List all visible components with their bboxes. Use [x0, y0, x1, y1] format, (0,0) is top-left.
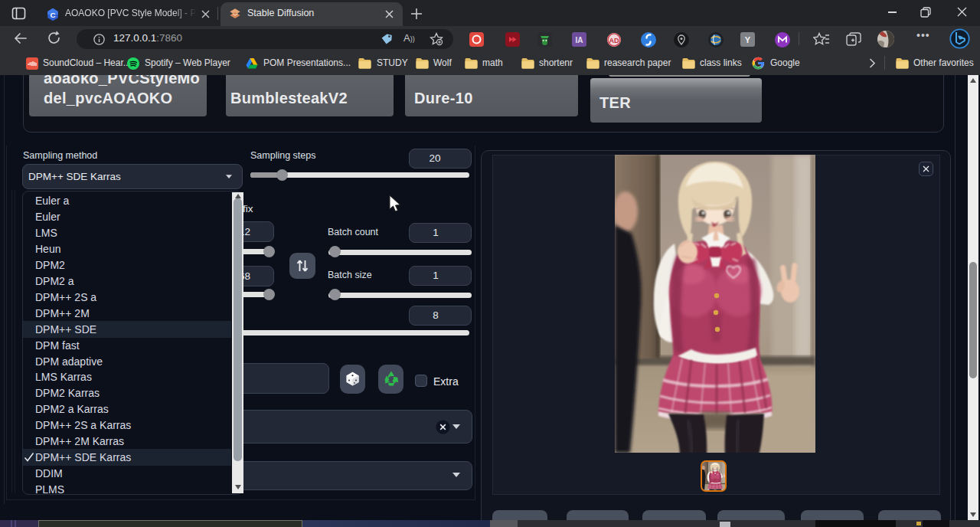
svg-text:IA: IA	[576, 36, 583, 44]
svg-text:C: C	[50, 11, 55, 19]
svg-text:Y: Y	[745, 35, 751, 44]
svg-text:AD: AD	[609, 37, 619, 44]
